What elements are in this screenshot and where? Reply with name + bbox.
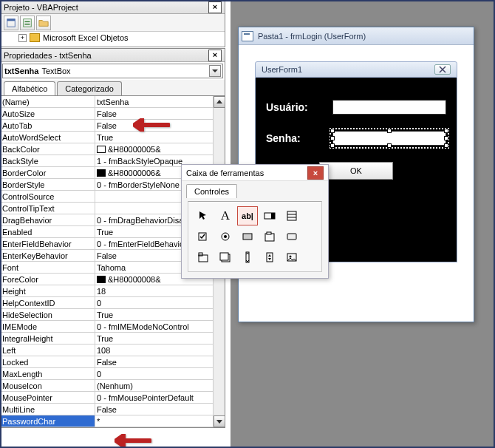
- property-value[interactable]: False: [95, 120, 225, 131]
- property-value[interactable]: 18: [95, 285, 225, 296]
- property-value[interactable]: (Nenhum): [95, 380, 225, 391]
- label-usuario: Usuário:: [266, 101, 332, 113]
- close-icon[interactable]: ×: [208, 1, 222, 13]
- close-icon[interactable]: [434, 64, 451, 75]
- tool-spinbutton[interactable]: [259, 248, 280, 267]
- tool-scrollbar[interactable]: [237, 248, 258, 267]
- close-icon[interactable]: ×: [208, 50, 222, 61]
- property-row[interactable]: (Name)txtSenha: [1, 96, 225, 108]
- svg-rect-7: [287, 211, 296, 220]
- svg-rect-15: [267, 232, 271, 234]
- svg-rect-4: [25, 23, 30, 24]
- chevron-down-icon[interactable]: [209, 65, 221, 77]
- svg-rect-16: [287, 234, 296, 240]
- property-value[interactable]: False: [95, 356, 225, 367]
- svg-rect-2: [24, 18, 32, 27]
- tab-alphabetic[interactable]: Alfabético: [4, 81, 55, 95]
- form-window-titlebar[interactable]: Pasta1 - frmLogin (UserForm): [239, 27, 474, 45]
- tool-label[interactable]: A: [215, 206, 236, 225]
- ok-button[interactable]: OK: [319, 162, 393, 180]
- tab-categorized[interactable]: Categorizado: [57, 81, 121, 95]
- properties-title-bar: Propriedades - txtSenha ×: [1, 49, 225, 62]
- property-row[interactable]: MaxLength0: [1, 368, 225, 380]
- tool-togglebutton[interactable]: [237, 227, 258, 246]
- property-row[interactable]: PasswordChar*: [1, 415, 225, 427]
- property-name: (Name): [1, 96, 95, 107]
- annotation-arrow-icon: [115, 434, 151, 448]
- property-name: MouseIcon: [1, 380, 95, 391]
- property-value[interactable]: 108: [95, 345, 225, 356]
- color-swatch-icon: [97, 276, 106, 283]
- property-name: Left: [1, 345, 95, 356]
- property-value[interactable]: 0: [95, 368, 225, 379]
- property-value[interactable]: &H80000005&: [95, 143, 225, 155]
- scroll-up-icon[interactable]: [214, 96, 225, 108]
- property-value[interactable]: 0 - fmMousePointerDefault: [95, 392, 225, 403]
- property-value[interactable]: True: [95, 132, 225, 143]
- property-value[interactable]: txtSenha: [95, 96, 225, 107]
- form-icon: [242, 31, 253, 41]
- combo-type: TextBox: [41, 67, 70, 75]
- toolbox-titlebar[interactable]: Caixa de ferramentas ×: [182, 165, 328, 181]
- property-row[interactable]: MouseIcon(Nenhum): [1, 380, 225, 392]
- property-value[interactable]: 0: [95, 297, 225, 308]
- usuario-input[interactable]: [332, 100, 446, 115]
- property-row[interactable]: AutoWordSelectTrue: [1, 132, 225, 143]
- property-row[interactable]: BackColor&H80000005&: [1, 143, 225, 155]
- tool-optionbutton[interactable]: [215, 227, 236, 246]
- object-combo[interactable]: txtSenha TextBox: [2, 64, 223, 78]
- property-row[interactable]: MultiLineFalse: [1, 404, 225, 415]
- property-row[interactable]: IMEMode0 - fmIMEModeNoControl: [1, 321, 225, 333]
- property-value[interactable]: False: [95, 108, 225, 119]
- property-row[interactable]: AutoSizeFalse: [1, 108, 225, 120]
- property-row[interactable]: AutoTabFalse: [1, 120, 225, 132]
- property-value[interactable]: *: [95, 415, 225, 427]
- view-object-button[interactable]: [20, 16, 35, 30]
- property-name: IntegralHeight: [1, 333, 95, 344]
- folder-toggle-button[interactable]: [36, 16, 51, 30]
- property-name: AutoTab: [1, 120, 95, 131]
- property-name: DragBehavior: [1, 214, 95, 225]
- property-value[interactable]: 0 - fmIMEModeNoControl: [95, 321, 225, 332]
- property-name: HelpContextID: [1, 297, 95, 308]
- senha-input[interactable]: [332, 131, 446, 146]
- tool-combobox[interactable]: [259, 206, 280, 225]
- view-code-button[interactable]: [4, 16, 18, 30]
- property-row[interactable]: LockedFalse: [1, 356, 225, 368]
- property-value[interactable]: True: [95, 309, 225, 320]
- property-row[interactable]: MousePointer0 - fmMousePointerDefault: [1, 392, 225, 404]
- tool-multipage[interactable]: [215, 248, 236, 267]
- property-value[interactable]: False: [95, 404, 225, 415]
- property-name: ControlSource: [1, 191, 95, 202]
- tool-checkbox[interactable]: [193, 227, 214, 246]
- property-value[interactable]: True: [95, 333, 225, 344]
- toolbox-window[interactable]: Caixa de ferramentas × Controles A ab|: [181, 164, 329, 279]
- tool-tabstrip[interactable]: [193, 248, 214, 267]
- userform-titlebar[interactable]: UserForm1: [255, 61, 457, 78]
- property-row[interactable]: IntegralHeightTrue: [1, 333, 225, 345]
- toolbox-tab-controles[interactable]: Controles: [186, 184, 237, 198]
- property-name: ControlTipText: [1, 203, 95, 214]
- property-name: BorderStyle: [1, 179, 95, 190]
- expand-icon[interactable]: +: [18, 34, 27, 42]
- property-row[interactable]: HideSelectionTrue: [1, 309, 225, 321]
- property-name: BackColor: [1, 143, 95, 155]
- tool-frame[interactable]: [259, 227, 280, 246]
- tool-image[interactable]: [281, 248, 302, 267]
- folder-icon: [30, 33, 40, 42]
- tool-textbox[interactable]: ab|: [237, 206, 258, 225]
- tool-select[interactable]: [193, 206, 214, 225]
- property-row[interactable]: HelpContextID0: [1, 297, 225, 309]
- tree-item[interactable]: + Microsoft Excel Objetos: [1, 32, 225, 44]
- close-icon[interactable]: ×: [307, 166, 324, 180]
- property-row[interactable]: Height18: [1, 285, 225, 297]
- tool-listbox[interactable]: [281, 206, 302, 225]
- svg-rect-6: [271, 213, 275, 219]
- property-name: BorderColor: [1, 167, 95, 178]
- property-row[interactable]: Left108: [1, 345, 225, 356]
- form-window-title: Pasta1 - frmLogin (UserForm): [258, 32, 366, 41]
- userform-caption: UserForm1: [262, 65, 302, 74]
- property-name: BackStyle: [1, 155, 95, 166]
- scroll-down-icon[interactable]: [214, 415, 225, 427]
- tool-commandbutton[interactable]: [281, 227, 302, 246]
